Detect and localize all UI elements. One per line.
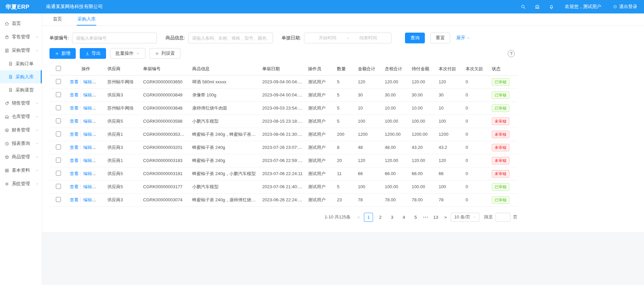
- table-row[interactable]: 查看编辑复制删除供应商1CGRK00000003183蜂蜜柚子茶 240g202…: [49, 154, 517, 167]
- column-settings-button[interactable]: 列设置: [149, 48, 180, 59]
- help-icon[interactable]: ?: [508, 50, 515, 57]
- table-row[interactable]: 查看编辑复制删除苏州蜗牛网络CGRK00000003648康师傅红烧牛肉面202…: [49, 101, 517, 115]
- row-action-view[interactable]: 查看: [70, 197, 78, 202]
- row-action-edit[interactable]: 编辑: [80, 106, 92, 111]
- pagination-next[interactable]: >: [443, 215, 448, 220]
- sidebar-subitem-purchase-return[interactable]: 采购退货: [0, 83, 42, 96]
- tab-home[interactable]: 首页: [52, 13, 63, 26]
- sidebar-item-report[interactable]: 报表查询: [0, 137, 42, 150]
- page-13[interactable]: 13: [431, 213, 440, 222]
- column-header-total[interactable]: 金额合计: [355, 63, 382, 75]
- row-checkbox[interactable]: [56, 158, 61, 163]
- sidebar-item-system[interactable]: 系统管理: [0, 177, 42, 191]
- add-button[interactable]: 新增: [49, 48, 76, 59]
- page-2[interactable]: 2: [376, 213, 385, 222]
- row-action-view[interactable]: 查看: [70, 184, 78, 189]
- row-checkbox[interactable]: [56, 92, 61, 97]
- row-action-edit[interactable]: 编辑: [80, 197, 92, 202]
- table-row[interactable]: 查看编辑复制删除供应商3CGRK00000003649录像带 100g2023-…: [49, 88, 517, 101]
- sidebar-item-home[interactable]: 首页: [0, 17, 42, 30]
- page-4[interactable]: 4: [399, 213, 408, 222]
- column-header-supplier[interactable]: 供应商: [105, 63, 140, 75]
- page-5[interactable]: 5: [411, 213, 420, 222]
- row-action-view[interactable]: 查看: [70, 132, 78, 137]
- column-header-billNo[interactable]: 单据编号: [140, 63, 190, 75]
- row-checkbox[interactable]: [56, 105, 61, 110]
- row-checkbox[interactable]: [56, 131, 61, 136]
- row-checkbox[interactable]: [56, 171, 61, 176]
- sidebar-item-goods[interactable]: 商品管理: [0, 150, 42, 164]
- table-row[interactable]: 查看编辑复制删除供应商3CGRK00000003074蜂蜜柚子茶 240g，康师…: [49, 193, 517, 206]
- row-action-edit[interactable]: 编辑: [80, 171, 92, 176]
- row-action-view[interactable]: 查看: [70, 119, 78, 124]
- row-action-edit[interactable]: 编辑: [80, 119, 92, 124]
- row-checkbox[interactable]: [56, 197, 61, 202]
- sidebar-item-finance[interactable]: 财务管理: [0, 123, 42, 137]
- bill-no-input[interactable]: [72, 33, 157, 43]
- table-row[interactable]: 查看编辑复制删除供应商3CGRK00000003201蜂蜜柚子茶 240g202…: [49, 141, 517, 154]
- table-row[interactable]: 查看编辑复制删除供应商5CGRK00000003588小鹏汽车模型2023-08…: [49, 115, 517, 128]
- row-action-edit[interactable]: 编辑: [80, 158, 92, 163]
- row-action-edit[interactable]: 编辑: [80, 79, 92, 84]
- page-1[interactable]: 1: [364, 213, 373, 222]
- row-action-edit[interactable]: 编辑: [80, 132, 92, 137]
- column-header-operator[interactable]: 操作员: [305, 63, 334, 75]
- table-row[interactable]: 查看编辑复制删除供应商5CGRK00000003181蜂蜜柚子茶 240g，小鹏…: [49, 167, 517, 180]
- cell-product: 啤酒 580ml xxsxx: [190, 75, 260, 88]
- row-action-view[interactable]: 查看: [70, 171, 78, 176]
- row-action-view[interactable]: 查看: [70, 106, 78, 111]
- batch-ops-button[interactable]: 批量操作: [110, 48, 145, 59]
- row-checkbox-cell: [49, 180, 67, 193]
- row-action-view[interactable]: 查看: [70, 158, 78, 163]
- tab-purchase-in[interactable]: 采购入库: [77, 13, 96, 26]
- select-all-checkbox[interactable]: [56, 66, 61, 71]
- sidebar-item-purchase[interactable]: 采购管理: [0, 44, 42, 57]
- row-action-edit[interactable]: 编辑: [80, 92, 92, 97]
- row-checkbox[interactable]: [56, 79, 61, 84]
- sidebar-subitem-purchase-order[interactable]: 采购订单: [0, 57, 42, 70]
- expand-link[interactable]: 展开: [456, 35, 470, 41]
- table-row[interactable]: 查看编辑复制删除供应商1CGRK00000003530[订]蜂蜜柚子茶 240g…: [49, 128, 517, 141]
- building-icon[interactable]: [535, 4, 540, 9]
- row-checkbox[interactable]: [56, 145, 61, 150]
- column-header-status[interactable]: 状态: [489, 63, 517, 75]
- row-action-edit[interactable]: 编辑: [80, 184, 92, 189]
- column-header-paid[interactable]: 本次付款: [436, 63, 463, 75]
- sidebar-subitem-purchase-in[interactable]: 采购入库: [0, 70, 42, 83]
- row-checkbox[interactable]: [56, 118, 61, 123]
- sidebar-item-basedata[interactable]: 基本资料: [0, 164, 42, 177]
- row-action-view[interactable]: 查看: [70, 92, 78, 97]
- sidebar-item-retail[interactable]: 零售管理: [0, 30, 42, 44]
- reset-button[interactable]: 重置: [430, 33, 450, 43]
- status-badge: 已审核: [492, 105, 509, 112]
- column-header-qty[interactable]: 数量: [334, 63, 355, 75]
- search-button[interactable]: 查询: [405, 33, 425, 43]
- product-info-input[interactable]: [188, 33, 273, 43]
- logout-button[interactable]: 退出登录: [613, 4, 637, 10]
- column-header-product[interactable]: 商品信息: [190, 63, 260, 75]
- bell-icon[interactable]: [549, 4, 554, 9]
- export-button[interactable]: 导出: [80, 48, 106, 59]
- column-header-debt[interactable]: 本次欠款: [463, 63, 489, 75]
- table-row[interactable]: 查看编辑复制删除供应商5CGRK00000003177小鹏汽车模型2023-07…: [49, 180, 517, 193]
- page-ellipsis[interactable]: •••: [423, 215, 429, 220]
- cell-ops: 查看编辑复制删除: [67, 88, 105, 101]
- jump-page-input[interactable]: [496, 213, 510, 222]
- row-action-view[interactable]: 查看: [70, 145, 78, 150]
- column-header-date[interactable]: 单据日期: [260, 63, 305, 75]
- pagination-prev[interactable]: <: [356, 215, 361, 220]
- search-icon[interactable]: [520, 4, 526, 9]
- date-range-picker[interactable]: 开始时间 ~ 结束时间: [304, 33, 392, 43]
- column-header-due[interactable]: 待付金额: [409, 63, 436, 75]
- table-row[interactable]: 查看编辑复制删除苏州蜗牛网络CGRK00000003650啤酒 580ml xx…: [49, 75, 517, 88]
- page-size-select[interactable]: 10 条/页: [451, 213, 479, 222]
- column-header-ops[interactable]: 操作: [67, 63, 105, 75]
- sidebar-item-sales[interactable]: 销售管理: [0, 96, 42, 110]
- page-3[interactable]: 3: [387, 213, 397, 222]
- sidebar-item-warehouse[interactable]: 仓库管理: [0, 110, 42, 123]
- row-checkbox[interactable]: [56, 184, 61, 189]
- cell-debt: 0: [463, 88, 489, 101]
- column-header-taxTotal[interactable]: 含税合计: [382, 63, 409, 75]
- row-action-edit[interactable]: 编辑: [80, 145, 92, 150]
- row-action-view[interactable]: 查看: [70, 79, 78, 84]
